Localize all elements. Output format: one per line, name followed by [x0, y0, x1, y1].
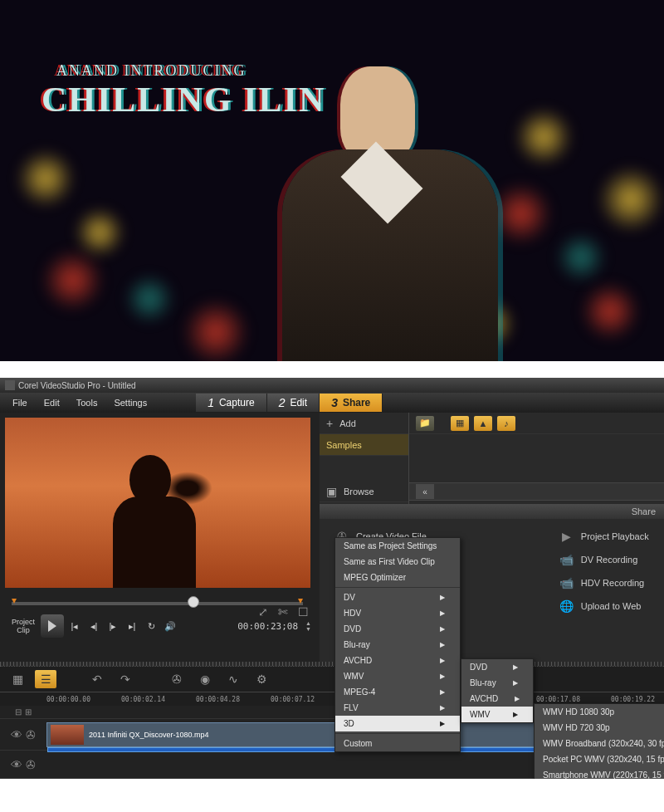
camera-icon: 📹 — [559, 552, 574, 567]
split-icon[interactable]: ✄ — [278, 605, 291, 619]
format-menu: Same as Project Settings Same as First V… — [334, 537, 461, 752]
collapse-button[interactable]: « — [416, 484, 434, 499]
menu-hdv[interactable]: HDV▶ — [335, 605, 460, 621]
subtitle-text: ANAND INTRODUCING — [56, 62, 325, 80]
menu-wmv[interactable]: WMV▶ — [335, 668, 460, 684]
clip-name: 2011 Infiniti QX_Discover-1080.mp4 — [89, 731, 209, 739]
share-bar: Share — [320, 504, 664, 519]
tool-settings-icon[interactable]: ⚙ — [251, 670, 272, 688]
menu-custom[interactable]: Custom — [335, 736, 460, 751]
mode-label[interactable]: Project Clip — [8, 618, 38, 634]
tracks-plus-icon[interactable]: ⊞ — [25, 707, 32, 717]
filter-photo-icon[interactable]: ▲ — [474, 416, 492, 431]
project-playback-button[interactable]: ▶Project Playback — [559, 529, 649, 544]
eye-icon[interactable]: 👁 — [11, 758, 22, 771]
redo-icon[interactable]: ↷ — [115, 670, 136, 688]
menu-mpeg-optimizer[interactable]: MPEG Optimizer — [335, 570, 460, 585]
preset-smartphone-wmv[interactable]: Smartphone WMV (220x176, 15 fps) — [535, 767, 664, 779]
eye-icon[interactable]: 👁 — [11, 728, 22, 741]
menu-flv[interactable]: FLV▶ — [335, 700, 460, 716]
snapshot-icon[interactable]: ☐ — [298, 605, 311, 619]
repeat-button[interactable]: ↻ — [143, 618, 159, 634]
preset-pocket-pc-wmv[interactable]: Pocket PC WMV (320x240, 15 fps) — [535, 751, 664, 767]
folder-icon[interactable]: 📁 — [416, 416, 434, 431]
menu-same-first-clip[interactable]: Same as First Video Clip — [335, 554, 460, 570]
window-title: Corel VideoStudio Pro - Untitled — [18, 381, 136, 390]
tc-down-icon[interactable]: ▼ — [305, 626, 311, 632]
menu-dvd[interactable]: DVD▶ — [335, 621, 460, 637]
timeline-view-icon[interactable]: ☰ — [35, 670, 56, 688]
menu-edit[interactable]: Edit — [37, 394, 67, 411]
tool-audio-icon[interactable]: ∿ — [222, 670, 244, 688]
filter-video-icon[interactable]: ▦ — [451, 416, 469, 431]
next-frame-button[interactable]: |▸ — [105, 618, 121, 634]
home-button[interactable]: |◂ — [66, 618, 83, 634]
titlebar: Corel VideoStudio Pro - Untitled — [0, 378, 664, 393]
reel-icon: ✇ — [26, 728, 36, 741]
scrub-handle[interactable] — [188, 596, 199, 608]
preset-wmv-broadband[interactable]: WMV Broadband (320x240, 30 fps) — [535, 736, 664, 751]
menu-mpeg4[interactable]: MPEG-4▶ — [335, 684, 460, 700]
submenu-avchd[interactable]: AVCHD▶ — [461, 691, 533, 707]
menu-file[interactable]: File — [5, 394, 35, 411]
tab-edit[interactable]: 2Edit — [267, 394, 320, 412]
enlarge-icon[interactable]: ⤢ — [258, 605, 271, 619]
filter-audio-icon[interactable]: ♪ — [497, 416, 515, 431]
upload-web-button[interactable]: 🌐Upload to Web — [559, 599, 649, 614]
tab-capture[interactable]: 1Capture — [196, 394, 267, 412]
dv-recording-button[interactable]: 📹DV Recording — [559, 552, 649, 567]
movie-still: ANAND INTRODUCING CHILLING ILIN — [0, 0, 664, 361]
end-button[interactable]: ▸| — [124, 618, 140, 634]
tab-share[interactable]: 3Share — [320, 394, 383, 412]
menu-settings[interactable]: Settings — [106, 394, 154, 411]
tracks-minus-icon[interactable]: ⊟ — [15, 707, 22, 717]
menu-3d[interactable]: 3D▶ — [335, 716, 460, 731]
camera-icon: 📹 — [559, 575, 574, 590]
menubar: File Edit Tools Settings 1Capture 2Edit … — [0, 393, 664, 413]
app-window: Corel VideoStudio Pro - Untitled File Ed… — [0, 378, 664, 779]
playback-icon: ▶ — [559, 529, 574, 544]
app-icon — [5, 380, 15, 390]
storyboard-view-icon[interactable]: ▦ — [7, 670, 28, 688]
tc-up-icon[interactable]: ▲ — [305, 620, 311, 626]
play-button[interactable] — [41, 614, 64, 638]
preset-wmv-hd-1080[interactable]: WMV HD 1080 30p — [535, 704, 664, 720]
globe-icon: 🌐 — [559, 599, 574, 614]
title-text: CHILLING ILIN — [42, 80, 325, 120]
hdv-recording-button[interactable]: 📹HDV Recording — [559, 575, 649, 590]
tool-disc-icon[interactable]: ◉ — [194, 670, 216, 688]
submenu-dvd[interactable]: DVD▶ — [461, 659, 533, 675]
right-pane: +Add Samples ▣Browse 📁 ▦ ▲ ♪ « — [320, 413, 664, 662]
submenu-wmv[interactable]: WMV▶ — [461, 707, 533, 722]
library-samples[interactable]: Samples — [320, 434, 408, 456]
menu-bluray[interactable]: Blu-ray▶ — [335, 637, 460, 653]
browse-icon: ▣ — [326, 485, 337, 498]
volume-button[interactable]: 🔊 — [162, 618, 178, 634]
overlay-reel-icon: ✇ — [26, 758, 36, 771]
timecode[interactable]: 00:00:23;08 — [237, 621, 298, 632]
wmv-submenu: WMV HD 1080 30p WMV HD 720 30p WMV Broad… — [534, 703, 664, 779]
tool-reel-icon[interactable]: ✇ — [166, 670, 188, 688]
preset-wmv-hd-720[interactable]: WMV HD 720 30p — [535, 720, 664, 736]
3d-submenu: DVD▶ Blu-ray▶ AVCHD▶ WMV▶ — [461, 658, 534, 723]
menu-same-project[interactable]: Same as Project Settings — [335, 538, 460, 554]
clip-thumbnail — [51, 725, 84, 745]
preview-pane: ⤢ ✄ ☐ Project Clip |◂ ◂| |▸ ▸| ↻ 🔊 00:00… — [0, 413, 320, 662]
menu-avchd[interactable]: AVCHD▶ — [335, 653, 460, 668]
library-browse[interactable]: ▣Browse — [320, 481, 408, 502]
mark-in-icon[interactable] — [12, 599, 17, 609]
preview-video[interactable] — [5, 418, 310, 588]
menu-dv[interactable]: DV▶ — [335, 589, 460, 605]
library-add[interactable]: +Add — [320, 413, 408, 434]
menu-tools[interactable]: Tools — [69, 394, 105, 411]
prev-frame-button[interactable]: ◂| — [85, 618, 102, 634]
submenu-bluray[interactable]: Blu-ray▶ — [461, 675, 533, 691]
plus-icon: + — [326, 417, 333, 430]
undo-icon[interactable]: ↶ — [86, 670, 108, 688]
